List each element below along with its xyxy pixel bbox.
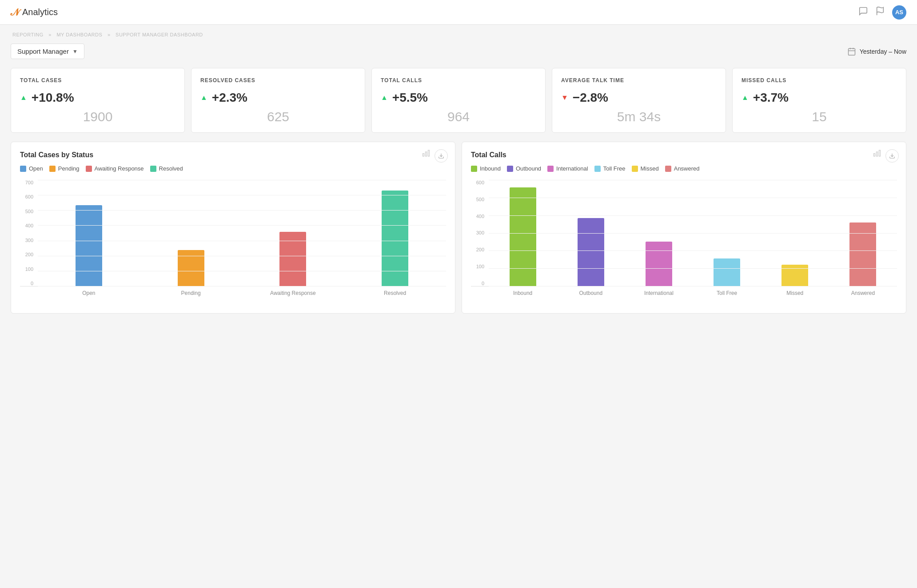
bar-wrapper [242,180,344,286]
cases-x-labels: OpenPendingAwaiting ResponseResolved [20,290,446,296]
metric-card: TOTAL CASES ▲ +10.8% 1900 [11,68,185,133]
bar[interactable] [178,250,204,286]
header-left: 𝒩 Analytics [11,7,58,18]
calls-legend: InboundOutboundInternationalToll FreeMis… [471,165,897,172]
calendar-icon [847,47,856,56]
svg-rect-9 [879,150,881,156]
x-axis-label: Missed [761,290,829,296]
bar-wrapper [625,180,693,286]
metric-label: AVERAGE TALK TIME [561,77,717,83]
metric-change: +10.8% [32,91,74,105]
legend-color [594,166,601,172]
metric-value: 964 [381,109,536,124]
legend-item: Pending [49,165,80,172]
legend-label: Outbound [516,165,541,172]
legend-color [86,166,92,172]
legend-item: Toll Free [594,165,626,172]
calls-bars-group [489,180,897,286]
legend-color [665,166,671,172]
metric-card: RESOLVED CASES ▲ +2.3% 625 [191,68,365,133]
legend-item: Resolved [150,165,183,172]
calls-x-labels: InboundOutboundInternationalToll FreeMis… [471,290,897,296]
bar-chart-icon [422,149,430,157]
dashboard-selector[interactable]: Support Manager ▼ [11,44,84,59]
x-axis-label: Awaiting Response [242,290,344,296]
bar[interactable] [510,187,536,286]
breadcrumb: REPORTING » MY DASHBOARDS » SUPPORT MANA… [11,32,906,37]
x-axis-label: Resolved [344,290,446,296]
legend-label: Resolved [159,165,183,172]
legend-label: Awaiting Response [95,165,144,172]
legend-label: Pending [58,165,80,172]
y-axis-label: 400 [20,223,33,228]
bar[interactable] [382,191,408,286]
metric-value: 625 [200,109,356,124]
y-axis-label: 0 [471,281,484,286]
date-range-picker[interactable]: Yesterday – Now [847,47,906,56]
calls-chart-card: Total Calls InboundOutboundInternational… [462,142,906,314]
grid-line [38,286,446,286]
bar-wrapper [557,180,625,286]
legend-label: Toll Free [603,165,626,172]
charts-row: Total Cases by Status OpenPendingAwaitin… [11,142,906,314]
bar[interactable] [849,222,876,286]
cases-legend: OpenPendingAwaiting ResponseResolved [20,165,446,172]
legend-item: Answered [665,165,700,172]
metric-change: −2.8% [573,91,608,105]
x-axis-label: International [625,290,693,296]
y-axis-label: 300 [471,230,484,235]
bar-wrapper [140,180,242,286]
flag-icon[interactable] [875,6,885,18]
trend-up-icon: ▲ [200,94,207,102]
calls-download-button[interactable] [885,149,899,163]
x-axis-label: Pending [140,290,242,296]
legend-item: Awaiting Response [86,165,144,172]
bar[interactable] [578,218,604,286]
bar[interactable] [279,232,306,286]
metric-card: MISSED CALLS ▲ +3.7% 15 [732,68,906,133]
user-avatar[interactable]: AS [892,5,906,20]
y-axis-label: 400 [471,214,484,219]
bar-wrapper [344,180,446,286]
bar[interactable] [646,242,672,286]
y-axis-label: 500 [471,197,484,202]
calls-y-axis: 6005004003002001000 [471,180,487,286]
legend-item: Missed [632,165,659,172]
legend-item: Outbound [507,165,541,172]
bar-wrapper [829,180,897,286]
metric-value: 5m 34s [561,109,717,124]
cases-bars-inner: 7006005004003002001000 [20,180,446,286]
legend-label: Missed [641,165,659,172]
legend-color [49,166,56,172]
chat-icon[interactable] [858,6,868,18]
chevron-down-icon: ▼ [72,48,78,55]
legend-color [20,166,26,172]
bar-wrapper [761,180,829,286]
legend-color [547,166,554,172]
calls-bar-chart: 6005004003002001000 InboundOutboundInter… [471,180,897,304]
y-axis-label: 500 [20,209,33,214]
cases-download-button[interactable] [435,149,448,163]
metric-label: MISSED CALLS [742,77,897,83]
cases-chart-actions [422,149,448,163]
bar-wrapper [693,180,761,286]
download-icon [889,153,895,159]
bar-wrapper [38,180,140,286]
metric-card: AVERAGE TALK TIME ▼ −2.8% 5m 34s [552,68,726,133]
header-right: AS [858,5,906,20]
legend-label: International [556,165,588,172]
bar[interactable] [714,258,740,286]
metric-body: ▲ +3.7% [742,91,897,105]
cases-y-axis: 7006005004003002001000 [20,180,36,286]
x-axis-label: Inbound [489,290,557,296]
bar[interactable] [76,205,102,286]
cases-chart-title: Total Cases by Status [20,151,446,159]
legend-label: Answered [674,165,700,172]
legend-label: Inbound [480,165,501,172]
calls-chart-title: Total Calls [471,151,897,159]
metric-body: ▼ −2.8% [561,91,717,105]
bar[interactable] [781,265,808,286]
trend-up-icon: ▲ [381,94,388,102]
svg-rect-11 [874,154,875,156]
y-axis-label: 700 [20,180,33,185]
